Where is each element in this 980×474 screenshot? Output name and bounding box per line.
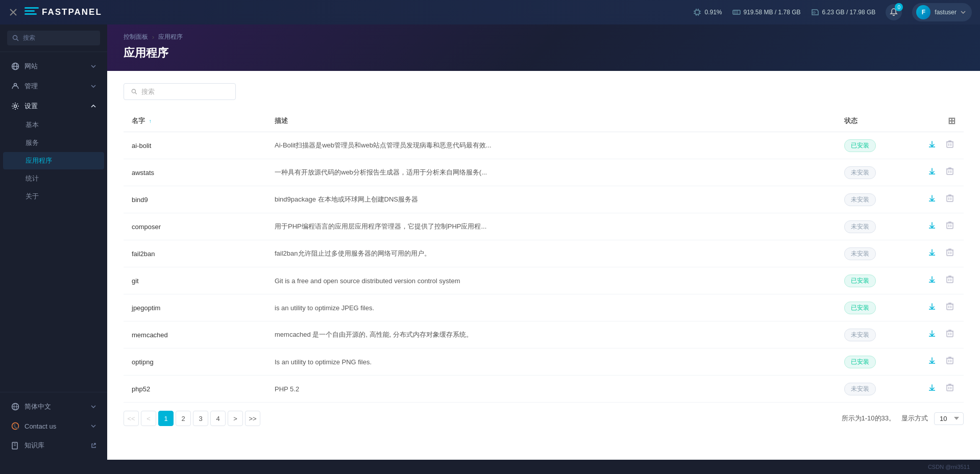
cell-name-2: bind9 [124,186,266,213]
delete-button-4[interactable] [944,246,955,261]
download-button-0[interactable] [926,138,938,153]
table-search-box[interactable] [124,83,236,100]
sidebar-item-contact-label: Contact us [24,422,56,430]
cell-status-7: 未安装 [836,321,918,348]
disk-value: 6.23 GB / 17.98 GB [822,9,876,16]
delete-button-8[interactable] [944,355,955,369]
sidebar-item-website[interactable]: 网站 [3,57,104,76]
sidebar-item-basic[interactable]: 基本 [3,116,104,134]
table-row: bind9 bind9package 在本地或环球网上创建DNS服务器 未安装 [124,186,964,213]
cell-name-8: optipng [124,348,266,376]
delete-button-0[interactable] [944,138,955,153]
status-badge-7: 未安装 [844,329,876,341]
user-avatar: F [916,5,930,19]
page-2-button[interactable]: 2 [176,411,191,426]
content-area: 控制面板 › 应用程序 应用程序 名字 [107,24,980,460]
cell-desc-8: Is an utility to optimize PNG files. [266,348,836,376]
sidebar-item-language-label: 简体中文 [24,402,51,411]
download-button-8[interactable] [926,355,938,369]
download-button-5[interactable] [926,273,938,288]
download-button-7[interactable] [926,328,938,342]
sort-icon[interactable]: ↑ [149,118,152,124]
sidebar-search-box[interactable]: 搜索 [0,24,107,52]
svg-rect-50 [947,250,953,256]
sidebar-item-manage[interactable]: 管理 [3,77,104,96]
download-button-2[interactable] [926,192,938,207]
sidebar-item-contact[interactable]: 📞 Contact us [3,417,104,435]
svg-rect-11 [733,10,740,14]
disk-icon [811,8,819,16]
status-badge-5: 已安装 [844,275,876,287]
download-button-3[interactable] [926,219,938,234]
page-last-button[interactable]: >> [245,411,260,426]
cell-desc-3: 用于PHP编程语言的应用层应用程序管理器，它提供了控制PHP应用程... [266,213,836,240]
cell-desc-0: Ai-Bolit扫描器是web管理员和web站点管理员发现病毒和恶意代码最有效.… [266,132,836,159]
book-icon [11,441,19,450]
page-4-button[interactable]: 4 [210,411,226,426]
delete-button-7[interactable] [944,328,955,342]
grid-view-toggle[interactable]: ⊞ [948,116,955,126]
cell-status-1: 未安装 [836,159,918,186]
sidebar-item-about[interactable]: 关于 [3,188,104,205]
sidebar-search-inner[interactable]: 搜索 [7,31,100,45]
status-badge-4: 未安装 [844,247,876,260]
delete-button-3[interactable] [944,219,955,234]
page-1-button[interactable]: 1 [158,411,174,426]
chevron-down-icon [91,405,96,408]
download-button-6[interactable] [926,301,938,315]
sidebar-item-knowledge[interactable]: 知识库 [3,436,104,455]
username-label: fastuser [935,9,957,16]
cell-name-1: awstats [124,159,266,186]
status-badge-2: 未安装 [844,193,876,206]
notification-button[interactable]: 0 [886,4,902,20]
page-size-select[interactable]: 102550100 [934,412,964,425]
sidebar-item-settings[interactable]: 设置 [3,96,104,116]
status-badge-0: 已安装 [844,139,876,152]
chevron-down-icon [91,65,96,68]
table-row: php52 PHP 5.2 未安装 [124,376,964,403]
sidebar-item-settings-label: 设置 [24,102,38,111]
main-layout: 搜索 网站 [0,24,980,460]
download-button-4[interactable] [926,246,938,261]
page-first-button[interactable]: << [124,411,139,426]
delete-button-6[interactable] [944,301,955,315]
cell-actions-7 [918,321,964,348]
download-button-1[interactable] [926,165,938,180]
col-header-status: 状态 [836,110,918,132]
delete-button-1[interactable] [944,165,955,180]
footer-text: CSDN @rni3511 [928,464,970,470]
cell-name-7: memcached [124,321,266,348]
header-right: 0.91% 919.58 MB / 1.78 GB 6.23 GB / 17.9… [693,3,972,21]
sidebar-item-stats[interactable]: 统计 [3,170,104,187]
close-button[interactable] [8,7,18,17]
page-next-button[interactable]: > [228,411,243,426]
download-button-9[interactable] [926,382,938,396]
cpu-stat: 0.91% [693,8,722,16]
breadcrumb: 控制面板 › 应用程序 [124,33,964,41]
cell-name-4: fail2ban [124,240,266,267]
breadcrumb-separator: › [152,34,154,41]
page-prev-button[interactable]: < [141,411,156,426]
sidebar-item-language-left: 简体中文 [11,402,51,411]
sidebar-item-service[interactable]: 服务 [3,134,104,152]
sidebar-item-language[interactable]: 简体中文 [3,397,104,416]
cell-desc-4: fail2ban允许阻止过多使用服务器的网络可用的用户。 [266,240,836,267]
delete-button-9[interactable] [944,382,955,396]
page-title: 应用程序 [124,45,964,61]
page-3-button[interactable]: 3 [193,411,208,426]
cell-actions-4 [918,240,964,267]
svg-rect-15 [813,12,815,13]
breadcrumb-home[interactable]: 控制面板 [124,33,148,41]
table-row: ai-bolit Ai-Bolit扫描器是web管理员和web站点管理员发现病毒… [124,132,964,159]
table-search-input[interactable] [141,88,228,95]
cell-status-6: 已安装 [836,294,918,321]
sidebar-item-apps[interactable]: 应用程序 [3,152,104,169]
notification-badge: 0 [895,3,903,11]
content-body: 名字 ↑ 描述 状态 ⊞ ai-bolit Ai-Bolit扫描器是web管理员… [107,71,980,460]
footer: CSDN @rni3511 [0,460,980,474]
pagination-right: 所示为1-10的33。 显示方式 102550100 [842,412,964,425]
delete-button-5[interactable] [944,273,955,288]
user-menu-button[interactable]: F fastuser [912,3,972,21]
delete-button-2[interactable] [944,192,955,207]
table-row: awstats 一种具有开放源代码的web分析报告生成器，适用于分析来自网络服务… [124,159,964,186]
